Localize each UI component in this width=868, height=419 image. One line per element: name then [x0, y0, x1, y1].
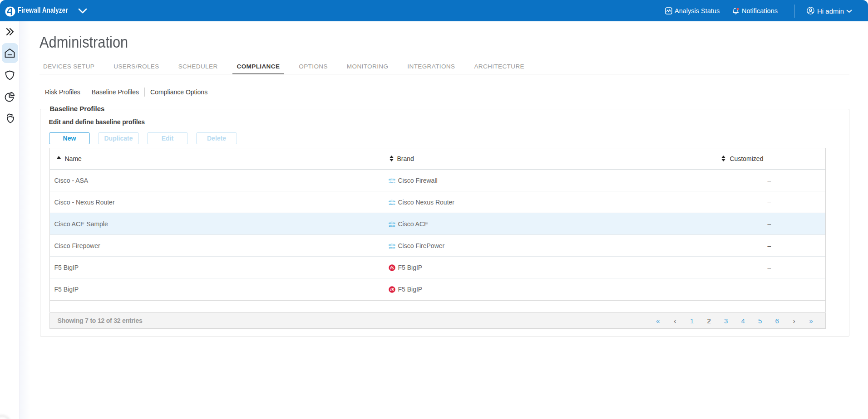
svg-text:cisco: cisco: [389, 246, 395, 249]
svg-text:cisco: cisco: [389, 203, 395, 205]
svg-text:f5: f5: [390, 266, 394, 270]
svg-text:cisco: cisco: [389, 181, 395, 184]
svg-text:f5: f5: [390, 287, 394, 292]
svg-text:cisco: cisco: [389, 224, 395, 227]
